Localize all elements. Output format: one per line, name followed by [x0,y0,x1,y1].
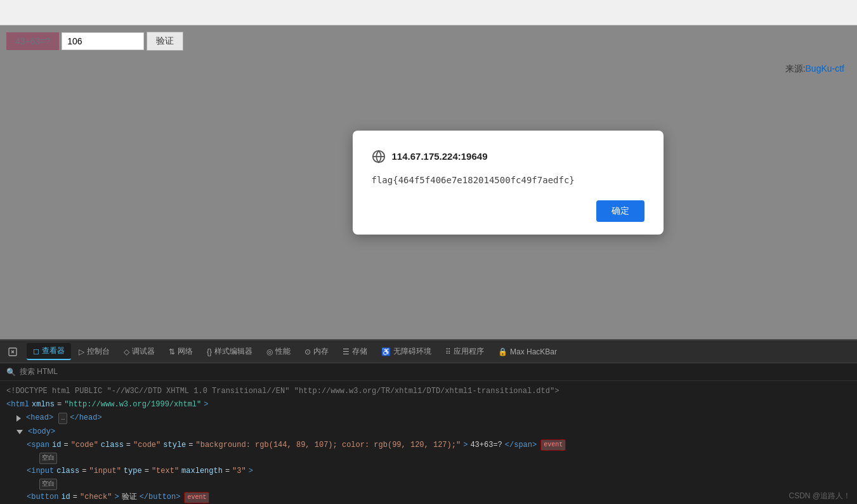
html-tag: <html [6,399,29,411]
globe-icon [372,150,386,164]
empty-badge-2: 空白 [39,479,57,490]
devtools-toolbar: ◻ 查看器 ▷ 控制台 ◇ 调试器 ⇅ 网络 {} 样式编辑器 ◎ 性能 ⊙ 内… [0,340,857,363]
perf-tab-icon: ◎ [266,347,273,356]
tab-network[interactable]: ⇅ 网络 [162,344,199,359]
event-badge-span: event [540,439,566,451]
code-line-doctype: <!DOCTYPE html PUBLIC "-//W3C//DTD XHTML… [6,385,851,398]
code-line-button: <button id="check" >验证</button> event [27,491,851,504]
code-line-body-open: <body> [16,425,851,439]
dialog-body: flag{464f5f406e7e182014500fc49f7aedfc} [372,175,644,185]
head-tag: <head> [26,412,53,424]
elements-tab-label: 查看器 [42,346,65,356]
elements-tab-icon: ◻ [33,347,39,356]
code-line-input: <input class="input" type="text" maxleng… [27,465,851,478]
devtools-pick-icon[interactable] [3,342,23,362]
code-line-empty-badge-2: 空白 [37,478,851,491]
tab-accessibility[interactable]: ♿ 无障碍环境 [375,344,438,359]
tab-style-editor[interactable]: {} 样式编辑器 [200,344,259,359]
devtools-search-bar: 🔍 搜索 HTML [0,363,857,381]
code-line-span: <span id="code" class="code" style="back… [27,439,851,452]
tab-performance[interactable]: ◎ 性能 [260,344,297,359]
head-close-tag: </head> [70,412,101,424]
perf-tab-label: 性能 [275,346,291,357]
tab-storage[interactable]: ☰ 存储 [336,344,374,359]
tab-console[interactable]: ▷ 控制台 [72,344,116,359]
storage-tab-icon: ☰ [343,347,350,356]
tab-hackbar[interactable]: 🔒 Max HacKBar [492,345,563,359]
memory-tab-label: 内存 [313,346,329,357]
xmlns-link[interactable]: "http://www.w3.org/1999/xhtml" [64,399,201,411]
console-tab-icon: ▷ [79,347,84,356]
head-collapse-icon[interactable] [16,415,21,422]
debugger-tab-icon: ◇ [124,347,129,356]
code-line-html: <html xmlns="http://www.w3.org/1999/xhtm… [6,398,851,411]
span-open: <span [27,439,49,451]
style-tab-icon: {} [207,347,212,356]
tab-memory[interactable]: ⊙ 内存 [298,344,335,359]
html-xmlns-attr: xmlns [32,399,55,411]
tab-elements[interactable]: ◻ 查看器 [27,343,71,360]
button-text: 验证 [122,491,137,503]
dialog-overlay: 114.67.175.224:19649 flag{464f5f406e7e18… [0,25,857,339]
tab-apps[interactable]: ⠿ 应用程序 [439,344,490,359]
span-content: 43+63=? [470,439,502,451]
memory-tab-icon: ⊙ [304,347,311,356]
network-tab-label: 网络 [178,346,193,357]
dialog-footer: 确定 [372,200,644,222]
hackbar-tab-label: Max HacKBar [510,347,557,356]
hackbar-tab-icon: 🔒 [498,347,507,356]
empty-badge-1: 空白 [39,453,57,464]
style-tab-label: 样式编辑器 [214,346,252,357]
tab-debugger[interactable]: ◇ 调试器 [117,344,161,359]
body-open-tag: <body> [28,426,55,438]
event-badge-button: event [184,492,209,503]
apps-tab-icon: ⠿ [445,347,451,356]
apps-tab-label: 应用程序 [454,346,484,357]
devtools-panel: ◻ 查看器 ▷ 控制台 ◇ 调试器 ⇅ 网络 {} 样式编辑器 ◎ 性能 ⊙ 内… [0,339,857,504]
search-label: 搜索 HTML [20,366,58,377]
network-tab-icon: ⇅ [169,347,175,356]
storage-tab-label: 存储 [352,346,367,357]
debugger-tab-label: 调试器 [132,346,155,357]
search-icon: 🔍 [6,368,16,377]
dialog-title: 114.67.175.224:19649 [392,151,488,162]
main-content: 43+63=? 验证 来源:BugKu-ctf 114.67.175.224:1… [0,25,857,339]
dialog: 114.67.175.224:19649 flag{464f5f406e7e18… [353,131,664,235]
csdn-watermark: CSDN @追路人！ [788,491,851,501]
console-tab-label: 控制台 [87,346,110,357]
code-line-empty-badge: 空白 [37,452,851,465]
dialog-header: 114.67.175.224:19649 [372,150,644,164]
accessibility-tab-label: 无障碍环境 [393,346,431,357]
doctype-text: <!DOCTYPE html PUBLIC "-//W3C//DTD XHTML… [6,385,559,397]
accessibility-tab-icon: ♿ [381,347,391,356]
head-ellipsis-badge: … [58,413,67,424]
code-line-head: <head> … </head> [16,411,851,425]
confirm-button[interactable]: 确定 [596,200,644,222]
devtools-code-viewer: <!DOCTYPE html PUBLIC "-//W3C//DTD XHTML… [0,381,857,504]
body-expand-icon[interactable] [16,430,23,434]
browser-top-bar [0,0,857,25]
